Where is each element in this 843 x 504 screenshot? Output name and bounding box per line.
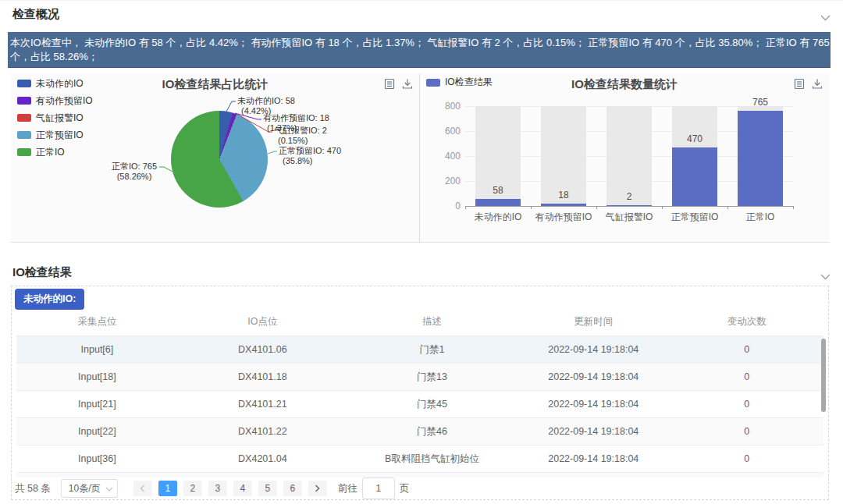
table-header-row: 采集点位IO点位描述更新时间变动次数	[16, 307, 823, 336]
legend-swatch	[17, 114, 31, 122]
table-cell: DX4101.22	[178, 426, 347, 437]
bar-slot: 2	[596, 106, 662, 206]
pie-chart-panel: 未动作的IO有动作预留IO气缸报警IO正常预留IO正常IO IO检查结果占比统计	[11, 73, 420, 242]
legend-item[interactable]: 有动作预留IO	[17, 92, 93, 109]
table-cell: 0	[670, 453, 823, 464]
bar	[606, 205, 652, 206]
x-axis-tick	[465, 206, 466, 209]
page-button-5[interactable]: 5	[258, 481, 277, 496]
bar	[738, 111, 783, 206]
page-button-3[interactable]: 3	[208, 481, 227, 496]
legend-label: 有动作预留IO	[36, 94, 93, 108]
table-cell: 2022-09-14 19:18:04	[517, 426, 670, 437]
pie-callout: 正常预留IO: 470 (35.8%)	[279, 146, 341, 166]
page-button-6[interactable]: 6	[283, 481, 302, 496]
table-cell: 0	[670, 344, 823, 355]
table-cell: DX4201.04	[178, 453, 347, 464]
download-image-icon[interactable]	[812, 78, 823, 93]
table-header-cell: 更新时间	[517, 315, 670, 328]
table-cell: 2022-09-14 19:18:04	[517, 371, 670, 382]
bar-value-label: 470	[662, 133, 727, 144]
legend-label: 正常IO	[36, 146, 65, 159]
goto-page-input[interactable]	[362, 477, 395, 499]
prev-page-button[interactable]	[133, 481, 152, 496]
table-scrollbar-thumb[interactable]	[821, 339, 826, 412]
x-axis-category-label: 正常IO	[727, 211, 793, 224]
legend-item[interactable]: 正常预留IO	[17, 126, 93, 144]
table-cell: Input[22]	[16, 426, 178, 437]
x-axis-category-label: 未动作的IO	[465, 211, 531, 224]
data-view-icon[interactable]	[384, 78, 395, 93]
x-axis-tick	[793, 206, 794, 209]
legend-swatch	[17, 97, 31, 105]
table-cell: DX4101.06	[178, 344, 347, 355]
page-button-2[interactable]: 2	[183, 481, 202, 496]
pie-callout: 气缸报警IO: 2 (0.15%)	[274, 126, 327, 146]
x-axis-tick	[531, 206, 532, 209]
category-badge-button[interactable]: 未动作的IO:	[15, 289, 84, 310]
table-cell: B取料阻挡气缸初始位	[347, 453, 517, 466]
legend-swatch	[17, 148, 31, 156]
data-view-icon[interactable]	[794, 78, 805, 93]
bar-chart-title: IO检查结果数量统计	[420, 77, 829, 92]
table-cell: 门禁1	[347, 343, 517, 357]
chevron-down-icon	[105, 487, 113, 492]
table-header-cell: 变动次数	[670, 315, 823, 328]
bar-slot: 765	[727, 106, 793, 206]
pie-toolbox	[384, 78, 413, 93]
page-button-1[interactable]: 1	[158, 481, 177, 496]
legend-label: 气缸报警IO	[36, 112, 84, 125]
next-page-button[interactable]	[308, 481, 327, 496]
x-axis-category-label: 气缸报警IO	[596, 211, 662, 224]
bar-value-label: 765	[727, 97, 793, 108]
x-axis-tick	[662, 206, 663, 209]
table-cell: Input[21]	[16, 399, 178, 410]
page-size-select[interactable]: 10条/页	[61, 479, 118, 498]
io-results-table: 采集点位IO点位描述更新时间变动次数Input[6]DX4101.06门禁120…	[16, 307, 823, 477]
y-axis-tick-label: 200	[434, 176, 461, 186]
table-header-cell: 采集点位	[16, 315, 178, 328]
bar-value-label: 18	[531, 190, 596, 201]
download-image-icon[interactable]	[402, 78, 413, 93]
legend-label: 正常预留IO	[36, 129, 84, 142]
legend-item[interactable]: 正常IO	[17, 144, 93, 161]
table-cell: 门禁13	[347, 371, 517, 384]
summary-banner: 本次IO检查中， 未动作的IO 有 58 个，占比 4.42%； 有动作预留IO…	[8, 32, 831, 68]
table-row: Input[22]DX4101.22门禁462022-09-14 19:18:0…	[16, 418, 823, 445]
overview-section-title: 检查概况	[12, 7, 59, 22]
bar-toolbox	[794, 78, 823, 93]
table-cell: DX4101.21	[178, 399, 347, 410]
charts-row: 未动作的IO有动作预留IO气缸报警IO正常预留IO正常IO IO检查结果占比统计	[11, 73, 829, 243]
bar	[672, 147, 717, 206]
legend-item[interactable]: 气缸报警IO	[17, 109, 93, 126]
table-cell: DX4101.18	[178, 371, 347, 382]
results-collapse-chevron-icon[interactable]	[820, 269, 831, 283]
chevron-left-icon	[140, 484, 145, 492]
bar-value-label: 2	[596, 191, 662, 202]
table-cell: Input[6]	[16, 344, 178, 355]
table-row: Input[21]DX4101.21门禁452022-09-14 19:18:0…	[16, 391, 823, 418]
table-cell: 门禁46	[347, 425, 517, 438]
y-axis-tick-label: 0	[434, 201, 461, 211]
bar	[475, 199, 521, 206]
results-box: 未动作的IO: 采集点位IO点位描述更新时间变动次数Input[6]DX4101…	[11, 286, 829, 500]
y-axis-tick-label: 600	[434, 126, 461, 137]
bar-slot: 58	[465, 106, 531, 206]
table-cell: 0	[670, 426, 823, 437]
bar-value-label: 58	[465, 185, 531, 196]
overview-collapse-chevron-icon[interactable]	[820, 10, 831, 24]
table-header-cell: IO点位	[178, 315, 347, 328]
table-cell: 2022-09-14 19:18:04	[517, 344, 670, 355]
table-cell: 0	[670, 371, 823, 382]
y-axis-tick-label: 400	[434, 151, 461, 161]
page-button-4[interactable]: 4	[233, 481, 252, 496]
table-cell: 0	[670, 399, 823, 410]
table-header-cell: 描述	[347, 315, 517, 328]
legend-swatch	[17, 131, 31, 139]
x-axis-category-label: 正常预留IO	[662, 211, 727, 224]
table-row: Input[6]DX4101.06门禁12022-09-14 19:18:040	[16, 336, 823, 364]
bar-chart-panel: IO检查结果 IO检查结果数量统计 0200400600800581824707…	[420, 73, 829, 242]
table-cell: 2022-09-14 19:18:04	[517, 399, 670, 410]
pie-callout: 正常IO: 765 (58.26%)	[111, 161, 158, 182]
table-row: Input[36]DX4201.04B取料阻挡气缸初始位2022-09-14 1…	[16, 445, 823, 473]
